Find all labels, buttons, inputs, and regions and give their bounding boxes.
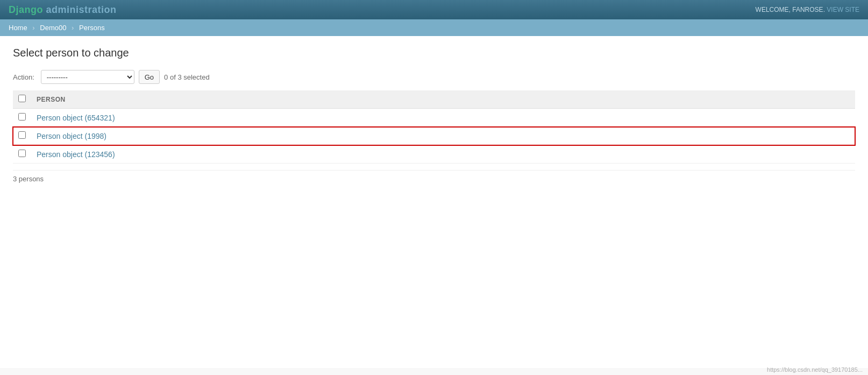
select-all-checkbox[interactable]: [18, 95, 26, 102]
action-label: Action:: [13, 73, 34, 81]
row-person-cell: Person object (654321): [31, 109, 855, 127]
header-checkbox-col: [13, 90, 31, 109]
row-checkbox-cell: [13, 145, 31, 164]
brand-logo: Django administration: [9, 4, 117, 16]
table-body: Person object (654321) Person object (19…: [13, 109, 855, 164]
row-person-cell: Person object (1998): [31, 127, 855, 145]
table-header: PERSON: [13, 90, 855, 109]
nav-user-info: WELCOME, FANROSE. VIEW SITE: [756, 6, 859, 13]
breadcrumb-app[interactable]: Demo00: [40, 24, 66, 32]
header-person-col: PERSON: [31, 90, 855, 109]
row-person-cell: Person object (123456): [31, 145, 855, 164]
table-row: Person object (654321): [13, 109, 855, 127]
person-link[interactable]: Person object (1998): [37, 132, 106, 140]
row-checkbox-cell: [13, 127, 31, 145]
row-checkbox[interactable]: [18, 150, 26, 157]
row-checkbox-cell: [13, 109, 31, 127]
result-count: 3 persons: [13, 170, 855, 183]
person-link[interactable]: Person object (654321): [37, 114, 115, 122]
table-row-highlighted: Person object (1998): [13, 127, 855, 145]
status-bar: https://blog.csdn.net/qq_39170185...: [762, 364, 868, 368]
breadcrumb-current: Persons: [79, 24, 105, 32]
row-checkbox[interactable]: [18, 113, 26, 121]
view-site-link[interactable]: VIEW SITE: [827, 6, 859, 13]
action-bar: Action: --------- Delete selected person…: [13, 70, 855, 84]
breadcrumb-home[interactable]: Home: [9, 24, 27, 32]
go-button[interactable]: Go: [139, 70, 160, 84]
table-row: Person object (123456): [13, 145, 855, 164]
url-hint: https://blog.csdn.net/qq_39170185...: [767, 366, 863, 368]
breadcrumb-sep-1: ›: [32, 24, 34, 32]
breadcrumb: Home › Demo00 › Persons: [0, 19, 868, 36]
welcome-text: WELCOME, FANROSE.: [756, 6, 825, 13]
main-content: Select person to change Action: --------…: [0, 36, 868, 368]
page-title: Select person to change: [13, 47, 855, 59]
results-table: PERSON Person object (654321) Person obj…: [13, 90, 855, 164]
row-checkbox[interactable]: [18, 131, 26, 139]
person-link[interactable]: Person object (123456): [37, 150, 115, 159]
brand-admin: administration: [43, 4, 117, 15]
top-nav: Django administration WELCOME, FANROSE. …: [0, 0, 868, 19]
table-header-row: PERSON: [13, 90, 855, 109]
breadcrumb-sep-2: ›: [72, 24, 74, 32]
brand-django: Django: [9, 4, 43, 15]
action-select[interactable]: --------- Delete selected persons: [41, 70, 134, 84]
selected-count: 0 of 3 selected: [164, 73, 210, 81]
